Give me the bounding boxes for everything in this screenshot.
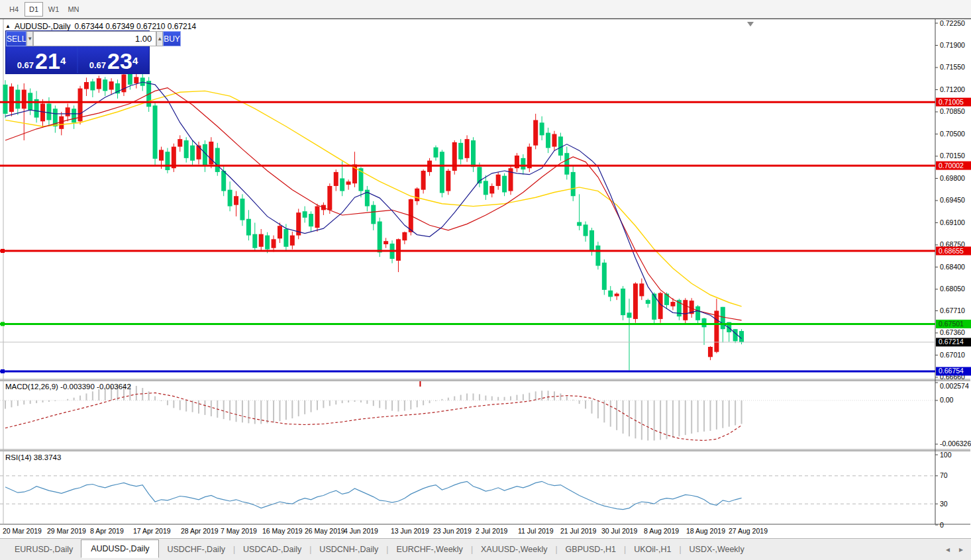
timeframe-button-d1[interactable]: D1 <box>25 2 43 17</box>
chart-shift-marker-icon[interactable] <box>747 22 754 26</box>
candle-body <box>134 77 138 83</box>
candle-body <box>259 234 264 247</box>
date-axis-label: 2 Jul 2019 <box>476 527 508 535</box>
candle-body <box>252 234 257 248</box>
candle-body <box>309 214 313 226</box>
macd-axis[interactable]: 0.0025740.00-0.006326 <box>935 382 971 448</box>
macd-tick-label: 0.002574 <box>940 382 969 390</box>
hline-0.68655[interactable]: 0.68655 <box>0 247 971 256</box>
date-axis-label: 13 Jun 2019 <box>391 527 429 535</box>
chart-ohlc-values: 0.67344 0.67349 0.67210 0.67214 <box>75 22 197 31</box>
candle-body <box>489 186 494 193</box>
collapse-arrow-icon[interactable]: ▲ <box>5 24 11 29</box>
chart-ohlc-header: ▲ AUDUSD-,Daily 0.67344 0.67349 0.67210 … <box>5 22 196 31</box>
rsi-axis[interactable]: 10070300 <box>935 451 952 529</box>
macd-pane[interactable] <box>0 381 935 441</box>
one-click-trade-panel: SELL ▼ ▲ BUY 0.67 21 4 0.67 23 <box>5 30 150 74</box>
sell-button[interactable]: SELL <box>6 31 26 46</box>
tab-eurusd-daily[interactable]: EURUSD-,Daily <box>7 541 81 558</box>
volume-increase-button[interactable]: ▲ <box>156 31 163 46</box>
timeframe-button-h4[interactable]: H4 <box>5 2 23 17</box>
price-tick-label: 0.71550 <box>940 63 965 71</box>
candle-body <box>739 331 744 342</box>
timeframe-toolbar: H4D1W1MN <box>0 0 971 19</box>
rsi-tick-label: 0 <box>940 521 944 529</box>
hline-0.66754[interactable]: 0.66754 <box>0 367 971 375</box>
price-tick-label: 0.69100 <box>940 218 965 226</box>
ma-slow-line[interactable] <box>5 91 742 306</box>
candle-body <box>327 186 332 210</box>
candle-body <box>465 139 470 158</box>
hline-0.67501[interactable]: 0.67501 <box>0 320 971 328</box>
date-axis-label: 16 May 2019 <box>262 527 303 535</box>
chart-window: 0.722500.719000.715500.712000.708500.705… <box>0 19 971 538</box>
tab-scroll-right-icon[interactable]: ▸ <box>959 545 963 554</box>
chart-canvas[interactable]: 0.722500.719000.715500.712000.708500.705… <box>0 19 971 539</box>
candle-body <box>340 178 344 191</box>
candle-body <box>22 89 26 109</box>
spin-down-icon: ▼ <box>27 36 32 42</box>
date-axis-label: 18 Aug 2019 <box>686 527 725 535</box>
hline-0.70002[interactable]: 0.70002 <box>0 162 971 170</box>
candle-body <box>433 148 438 158</box>
date-axis-label: 28 Apr 2019 <box>181 527 219 535</box>
sell-price-prefix: 0.67 <box>17 59 34 72</box>
candle-body <box>265 236 270 250</box>
candle-body <box>221 171 226 191</box>
tab-eurchf-weekly[interactable]: EURCHF-,Weekly <box>388 541 470 558</box>
price-tick-label: 0.70500 <box>940 130 965 138</box>
date-axis-label: 17 Apr 2019 <box>133 527 171 535</box>
buy-button[interactable]: BUY <box>163 31 181 46</box>
rsi-indicator-label: RSI(14) 38.3743 <box>5 453 61 461</box>
candle-body <box>658 293 663 319</box>
tab-usdcad-daily[interactable]: USDCAD-,Daily <box>235 541 309 558</box>
rsi-pane[interactable] <box>0 476 935 510</box>
sell-price-box[interactable]: 0.67 21 4 <box>6 47 77 74</box>
hline-anchor[interactable] <box>1 249 5 253</box>
price-tick-label: 0.67010 <box>940 351 965 359</box>
candle-body <box>66 107 70 116</box>
candle-body <box>246 219 251 236</box>
tab-scroll-left-icon[interactable]: ◂ <box>946 545 950 554</box>
candlesticks[interactable] <box>3 71 744 371</box>
candle-body <box>84 82 89 89</box>
candle-body <box>621 289 625 315</box>
tab-ukoil-h1[interactable]: UKOil-,H1 <box>626 541 679 558</box>
candle-body <box>9 87 14 112</box>
candle-body <box>521 158 525 169</box>
hline-0.71005[interactable]: 0.71005 <box>0 98 971 107</box>
hline-label-text: 0.70002 <box>939 162 964 169</box>
candle-body <box>721 307 725 329</box>
candle-body <box>97 78 101 89</box>
candle-body <box>178 139 182 146</box>
volume-decrease-button[interactable]: ▼ <box>26 31 33 46</box>
date-axis[interactable]: 20 Mar 201929 Mar 20198 Apr 201917 Apr 2… <box>3 527 768 535</box>
candle-body <box>458 143 463 160</box>
tab-usdchf-daily[interactable]: USDCHF-,Daily <box>159 541 233 558</box>
candle-body <box>670 302 675 306</box>
candle-body <box>708 347 713 357</box>
date-axis-label: 4 Jun 2019 <box>344 527 378 535</box>
tab-gbpusd-h1[interactable]: GBPUSD-,H1 <box>558 541 624 558</box>
candle-body <box>646 300 650 304</box>
candle-body <box>383 241 388 244</box>
volume-input[interactable] <box>33 31 156 46</box>
tab-usdx-weekly[interactable]: USDX-,Weekly <box>682 541 752 558</box>
candle-body <box>103 79 107 91</box>
hline-anchor[interactable] <box>1 322 5 326</box>
candle-body <box>240 199 244 220</box>
buy-price-box[interactable]: 0.67 23 4 <box>78 47 149 74</box>
tab-xauusd-weekly[interactable]: XAUUSD-,Weekly <box>473 541 555 558</box>
candle-body <box>546 133 550 148</box>
tab-usdcnh-daily[interactable]: USDCNH-,Daily <box>311 541 386 558</box>
candle-body <box>15 89 20 109</box>
timeframe-button-mn[interactable]: MN <box>64 2 83 17</box>
timeframe-button-w1[interactable]: W1 <box>44 2 63 17</box>
candle-body <box>584 224 588 236</box>
candle-body <box>283 229 288 247</box>
candle-body <box>471 140 476 167</box>
tab-audusd-daily[interactable]: AUDUSD-,Daily <box>81 539 159 558</box>
hline-anchor[interactable] <box>1 369 5 373</box>
trading-app-window: H4D1W1MN 0.722500.719000.715500.712000.7… <box>0 0 971 560</box>
candle-body <box>602 263 607 290</box>
